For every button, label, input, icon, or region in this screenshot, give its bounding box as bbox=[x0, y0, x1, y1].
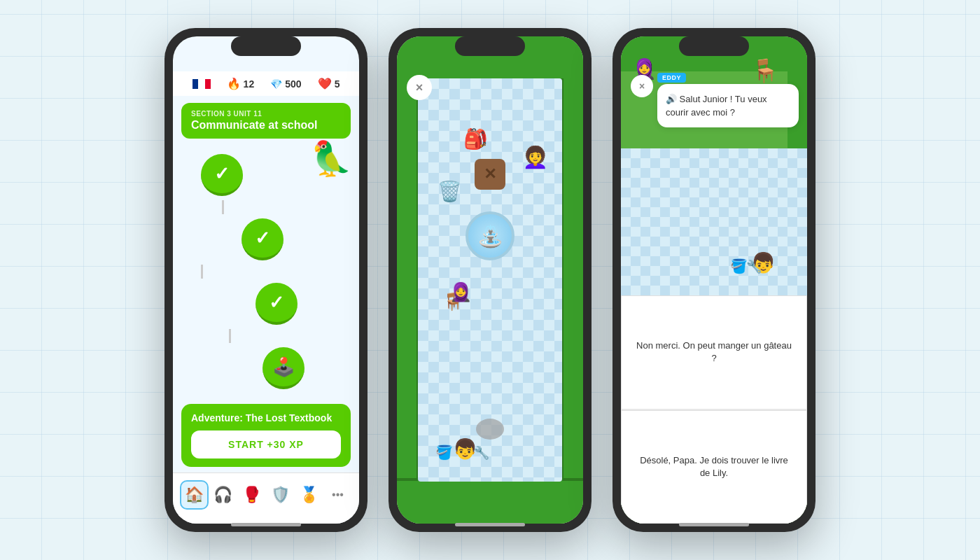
stone-obstacle bbox=[476, 419, 504, 440]
path-connector-3 bbox=[229, 329, 231, 343]
phone-1: 🔥 12 💎 500 ❤️ 5 SECTION 3 UNIT 11 Commun… bbox=[164, 28, 368, 532]
lesson-node-3[interactable]: ✓ bbox=[255, 283, 298, 325]
section-banner: SECTION 3 UNIT 11 Communicate at school bbox=[181, 103, 351, 139]
dialogue-options: Non merci. On peut manger un gâteau ? Dé… bbox=[621, 295, 807, 524]
lesson-node-1[interactable]: ✓ bbox=[201, 154, 243, 196]
fountain: ⛲ bbox=[465, 211, 514, 260]
lesson-path: 🦜 ✓ ✓ bbox=[173, 143, 359, 398]
hedge-right bbox=[561, 78, 583, 482]
streak-stat: 🔥 12 bbox=[227, 77, 255, 90]
adventure-card: Adventure: The Lost Textbook START +30 X… bbox=[181, 404, 351, 467]
check-icon-3: ✓ bbox=[269, 292, 284, 314]
phone-1-content: 🔥 12 💎 500 ❤️ 5 SECTION 3 UNIT 11 Commun… bbox=[173, 36, 359, 524]
close-x-icon: × bbox=[639, 80, 645, 92]
shovel-sprite: 🔧 bbox=[474, 445, 489, 461]
phone-3: × EDDY 🔊 Salut Junior ! Tu veux courir a… bbox=[612, 28, 816, 532]
phone-notch-2 bbox=[455, 36, 525, 56]
hearts-stat: ❤️ 5 bbox=[318, 77, 340, 90]
phone-1-screen: 🔥 12 💎 500 ❤️ 5 SECTION 3 UNIT 11 Commun… bbox=[173, 36, 359, 524]
trophy-icon: 🏅 bbox=[300, 486, 318, 504]
phone-notch-3 bbox=[679, 36, 749, 56]
flag bbox=[192, 79, 211, 89]
pink-girl-sprite: 👩‍🦱 bbox=[522, 145, 548, 169]
game-icon: 🕹️ bbox=[272, 356, 295, 378]
nav-shield[interactable]: 🛡️ bbox=[266, 480, 295, 510]
flag-red bbox=[205, 79, 211, 89]
flag-blue bbox=[192, 79, 198, 89]
close-button[interactable]: × bbox=[407, 75, 432, 100]
trashcan-sprite: 🗑️ bbox=[438, 180, 462, 203]
phone-3-screen: × EDDY 🔊 Salut Junior ! Tu veux courir a… bbox=[621, 36, 807, 524]
gem-icon: 💎 bbox=[270, 78, 282, 90]
bottom-navigation: 🏠 🎧 🥊 🛡️ 🏅 ••• bbox=[173, 472, 359, 524]
bucket-sprite: 🪣 bbox=[435, 444, 453, 461]
hedge-left bbox=[397, 78, 419, 482]
node-row-2: ✓ bbox=[183, 214, 342, 265]
node-row-3: ✓ bbox=[197, 279, 356, 329]
heart-icon: ❤️ bbox=[318, 77, 332, 90]
home-icon: 🏠 bbox=[185, 486, 204, 504]
nav-practice[interactable]: 🥊 bbox=[237, 480, 266, 510]
hedge-bottom bbox=[397, 478, 583, 524]
streak-value: 12 bbox=[244, 78, 255, 90]
node-row-4: 🕹️ bbox=[204, 343, 359, 393]
dialogue-close-button[interactable]: × bbox=[631, 75, 653, 97]
fire-icon: 🔥 bbox=[227, 77, 241, 90]
home-indicator-1 bbox=[231, 523, 301, 526]
headphones-icon: 🎧 bbox=[214, 486, 232, 504]
phone-notch-1 bbox=[231, 36, 301, 56]
section-label: SECTION 3 UNIT 11 bbox=[191, 110, 341, 118]
eddy-label: EDDY bbox=[657, 73, 686, 83]
stats-bar: 🔥 12 💎 500 ❤️ 5 bbox=[173, 71, 359, 96]
p3-floor bbox=[621, 148, 807, 295]
backpack-sprite: 🎒 bbox=[463, 127, 488, 150]
start-adventure-button[interactable]: START +30 XP bbox=[191, 430, 341, 458]
p3-shovel: 🔧 bbox=[746, 259, 762, 274]
home-indicator-2 bbox=[455, 523, 525, 526]
gems-value: 500 bbox=[285, 78, 301, 90]
node-row-1: ✓ bbox=[187, 150, 345, 200]
close-icon: × bbox=[416, 80, 424, 95]
phone-2: 🌸 🌸 🌸 🌸 × bbox=[388, 28, 592, 532]
gems-stat: 💎 500 bbox=[270, 78, 301, 90]
nav-trophy[interactable]: 🏅 bbox=[295, 480, 323, 510]
p3-bucket: 🪣 bbox=[730, 258, 748, 274]
check-icon-1: ✓ bbox=[214, 163, 230, 185]
obstacle-box: ✕ bbox=[475, 159, 505, 190]
dialogue-choice-2[interactable]: Désolé, Papa. Je dois trouver le livre d… bbox=[621, 410, 807, 524]
purple-girl-sprite: 🧕 bbox=[449, 281, 472, 303]
dialogue-screen: × EDDY 🔊 Salut Junior ! Tu veux courir a… bbox=[621, 36, 807, 524]
adventure-title: Adventure: The Lost Textbook bbox=[191, 412, 341, 424]
lesson-node-4[interactable]: 🕹️ bbox=[262, 347, 304, 389]
check-icon-2: ✓ bbox=[255, 227, 270, 249]
gloves-icon: 🥊 bbox=[242, 486, 261, 504]
flag-white bbox=[199, 79, 204, 89]
path-connector-1 bbox=[222, 200, 224, 214]
p3-bench: 🪑 bbox=[751, 57, 779, 84]
nav-home[interactable]: 🏠 bbox=[180, 480, 209, 510]
game-area-top: × EDDY 🔊 Salut Junior ! Tu veux courir a… bbox=[621, 36, 807, 295]
speech-bubble: 🔊 Salut Junior ! Tu veux courir avec moi… bbox=[657, 84, 799, 127]
phone-2-screen: 🌸 🌸 🌸 🌸 × bbox=[397, 36, 583, 524]
more-icon: ••• bbox=[332, 489, 344, 501]
game-world: 🌸 🌸 🌸 🌸 × bbox=[397, 36, 583, 524]
shield-icon: 🛡️ bbox=[271, 486, 290, 504]
nav-listen[interactable]: 🎧 bbox=[209, 480, 237, 510]
nav-more[interactable]: ••• bbox=[323, 480, 352, 510]
home-indicator-3 bbox=[679, 523, 749, 526]
speech-text: 🔊 Salut Junior ! Tu veux courir avec moi… bbox=[666, 94, 767, 118]
lesson-node-2[interactable]: ✓ bbox=[241, 218, 284, 260]
dialogue-choice-1[interactable]: Non merci. On peut manger un gâteau ? bbox=[621, 295, 807, 410]
section-title: Communicate at school bbox=[191, 119, 341, 132]
path-connector-2 bbox=[201, 265, 203, 279]
hearts-value: 5 bbox=[335, 78, 340, 90]
